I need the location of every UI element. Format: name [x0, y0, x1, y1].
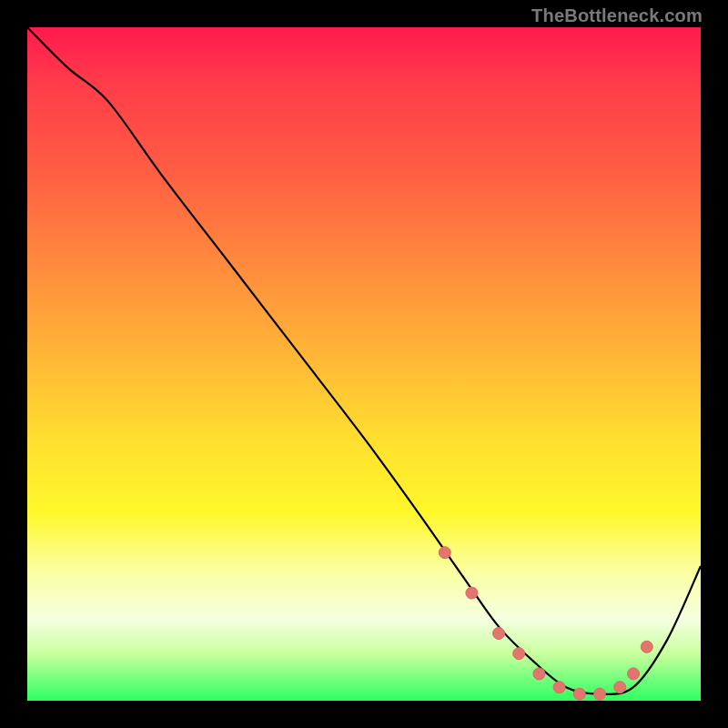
- marker-dot: [614, 682, 626, 693]
- marker-dot: [493, 628, 505, 640]
- curve-svg: [27, 27, 701, 701]
- marker-dot: [513, 648, 525, 660]
- marker-dot: [628, 668, 640, 680]
- marker-dot: [641, 641, 652, 652]
- watermark-label: TheBottleneck.com: [531, 5, 703, 26]
- plot-area: [27, 27, 701, 701]
- chart-stage: TheBottleneck.com: [0, 0, 728, 728]
- marker-dot: [553, 682, 565, 693]
- highlight-dots: [439, 547, 652, 700]
- marker-dot: [466, 587, 478, 599]
- bottleneck-curve: [27, 27, 701, 694]
- marker-dot: [594, 688, 606, 700]
- marker-dot: [439, 547, 450, 559]
- marker-dot: [533, 668, 545, 680]
- marker-dot: [573, 688, 585, 700]
